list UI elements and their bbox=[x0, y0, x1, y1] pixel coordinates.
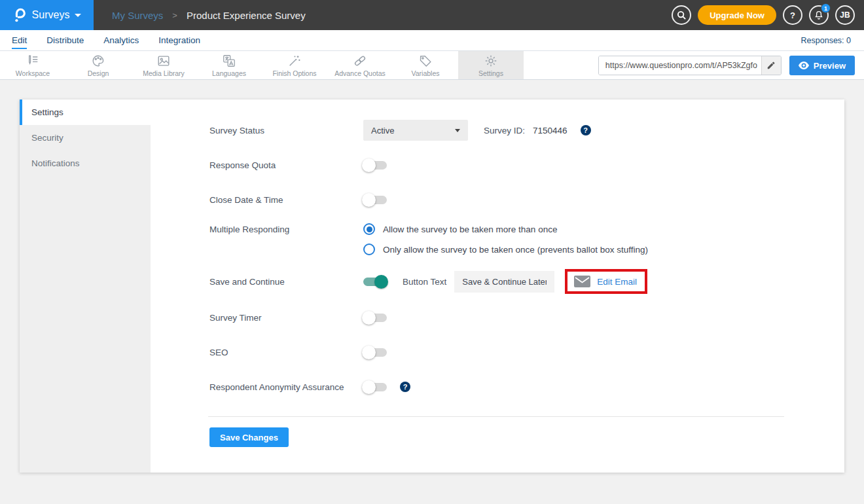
chevron-down-icon bbox=[455, 129, 460, 132]
allow-multiple-label: Allow the survey to be taken more than o… bbox=[383, 225, 557, 234]
image-icon bbox=[156, 54, 171, 68]
button-text-label: Button Text bbox=[403, 277, 446, 287]
app-label: Surveys bbox=[32, 9, 70, 21]
response-quota-toggle[interactable] bbox=[363, 161, 387, 170]
notifications-button[interactable]: 1 bbox=[809, 5, 829, 25]
seo-label: SEO bbox=[209, 348, 363, 357]
survey-url-input[interactable] bbox=[599, 56, 761, 75]
breadcrumb-separator: > bbox=[172, 10, 177, 20]
settings-form: Survey Status Active Survey ID: 7150446 … bbox=[151, 99, 844, 473]
survey-status-label: Survey Status bbox=[209, 126, 363, 135]
breadcrumb: My Surveys > Product Experience Survey bbox=[112, 0, 306, 30]
edit-email-link[interactable]: Edit Email bbox=[597, 277, 637, 287]
radio-row-allow-multiple: Allow the survey to be taken more than o… bbox=[363, 223, 648, 235]
multiple-responding-label: Multiple Responding bbox=[209, 223, 363, 234]
toolbar-item-settings[interactable]: Settings bbox=[458, 51, 524, 79]
row-save-and-continue: Save and Continue Button Text Edit Email bbox=[209, 269, 844, 294]
preview-button[interactable]: Preview bbox=[789, 56, 855, 75]
avatar[interactable]: JB bbox=[835, 5, 855, 25]
magic-wand-icon bbox=[287, 54, 302, 68]
row-multiple-responding: Multiple Responding Allow the survey to … bbox=[209, 223, 844, 264]
eye-icon bbox=[799, 62, 809, 69]
button-text-input[interactable] bbox=[454, 271, 554, 293]
save-and-continue-label: Save and Continue bbox=[209, 277, 363, 287]
tab-edit[interactable]: Edit bbox=[12, 31, 27, 49]
toolbar-item-media-library[interactable]: Media Library bbox=[131, 51, 196, 79]
chevron-down-icon bbox=[75, 14, 81, 17]
topbar-actions: Upgrade Now ? 1 JB bbox=[672, 0, 855, 30]
breadcrumb-my-surveys[interactable]: My Surveys bbox=[112, 10, 163, 21]
only-once-label: Only allow the survey to be taken once (… bbox=[383, 245, 648, 255]
upgrade-now-button[interactable]: Upgrade Now bbox=[698, 5, 776, 25]
breadcrumb-current-survey: Product Experience Survey bbox=[187, 10, 306, 21]
search-button[interactable] bbox=[672, 5, 691, 25]
close-date-label: Close Date & Time bbox=[209, 195, 363, 205]
question-mark-icon: ? bbox=[790, 10, 795, 20]
allow-multiple-radio[interactable] bbox=[363, 223, 375, 235]
app-switcher[interactable]: Surveys bbox=[0, 0, 94, 30]
toolbar-item-advance-quotas[interactable]: Advance Quotas bbox=[327, 51, 393, 79]
anonymity-help-icon[interactable]: ? bbox=[400, 382, 410, 392]
tab-analytics[interactable]: Analytics bbox=[103, 31, 139, 49]
avatar-initials: JB bbox=[840, 10, 850, 20]
close-date-toggle[interactable] bbox=[363, 196, 387, 204]
settings-card: Settings Security Notifications Survey S… bbox=[20, 99, 844, 473]
toolbar-item-variables[interactable]: Variables bbox=[393, 51, 458, 79]
edit-email-highlight-box: Edit Email bbox=[565, 269, 647, 294]
settings-sidebar: Settings Security Notifications bbox=[20, 99, 151, 473]
row-seo: SEO bbox=[209, 341, 844, 363]
toolbar-item-workspace[interactable]: Workspace bbox=[0, 51, 65, 79]
content-area: Settings Security Notifications Survey S… bbox=[0, 80, 864, 492]
help-button[interactable]: ? bbox=[783, 5, 802, 25]
questionpro-logo-icon bbox=[12, 7, 27, 23]
row-survey-timer: Survey Timer bbox=[209, 306, 844, 329]
translate-icon bbox=[222, 54, 236, 68]
only-once-radio[interactable] bbox=[363, 243, 375, 255]
toolbar-item-finish-options[interactable]: Finish Options bbox=[262, 51, 327, 79]
survey-nav: Edit Distribute Analytics Integration Re… bbox=[0, 30, 864, 51]
workspace-icon bbox=[26, 54, 40, 68]
search-icon bbox=[677, 10, 687, 20]
pencil-icon bbox=[766, 61, 776, 70]
survey-status-value: Active bbox=[371, 126, 394, 135]
tab-integration[interactable]: Integration bbox=[158, 31, 200, 49]
survey-id-value: 7150446 bbox=[533, 126, 567, 135]
edit-url-button[interactable] bbox=[761, 56, 781, 75]
notification-count-badge: 1 bbox=[821, 3, 831, 13]
save-and-continue-toggle[interactable] bbox=[363, 278, 387, 286]
survey-timer-label: Survey Timer bbox=[209, 313, 363, 323]
survey-id-label: Survey ID: bbox=[484, 126, 525, 135]
anonymity-label: Respondent Anonymity Assurance bbox=[209, 382, 363, 392]
survey-timer-toggle[interactable] bbox=[363, 314, 387, 322]
form-divider bbox=[208, 416, 784, 417]
tab-distribute[interactable]: Distribute bbox=[46, 31, 84, 49]
tag-icon bbox=[418, 54, 433, 68]
sidebar-item-notifications[interactable]: Notifications bbox=[20, 151, 151, 176]
gear-icon bbox=[484, 54, 498, 68]
edit-toolbar: Workspace Design Media Library bbox=[0, 51, 864, 80]
survey-url-field bbox=[598, 56, 782, 75]
toolbar-item-design[interactable]: Design bbox=[65, 51, 131, 79]
row-anonymity: Respondent Anonymity Assurance ? bbox=[209, 376, 844, 398]
topbar: Surveys My Surveys > Product Experience … bbox=[0, 0, 864, 30]
row-close-date: Close Date & Time bbox=[209, 189, 844, 211]
envelope-icon bbox=[574, 276, 590, 287]
survey-status-select[interactable]: Active bbox=[363, 120, 468, 141]
toolbar-item-languages[interactable]: Languages bbox=[196, 51, 262, 79]
row-response-quota: Response Quota bbox=[209, 154, 844, 176]
responses-count: Responses: 0 bbox=[801, 36, 851, 45]
sidebar-item-security[interactable]: Security bbox=[20, 125, 151, 151]
response-quota-label: Response Quota bbox=[209, 160, 363, 170]
palette-icon bbox=[91, 54, 105, 68]
seo-toggle[interactable] bbox=[363, 348, 387, 357]
anonymity-toggle[interactable] bbox=[363, 383, 387, 391]
toolbar-right: Preview bbox=[598, 56, 855, 75]
save-changes-button[interactable]: Save Changes bbox=[209, 427, 289, 447]
survey-id-help-icon[interactable]: ? bbox=[581, 125, 591, 135]
chain-link-icon bbox=[353, 54, 367, 68]
row-survey-status: Survey Status Active Survey ID: 7150446 … bbox=[209, 119, 844, 141]
radio-row-only-once: Only allow the survey to be taken once (… bbox=[363, 243, 648, 255]
sidebar-item-settings[interactable]: Settings bbox=[20, 99, 151, 125]
